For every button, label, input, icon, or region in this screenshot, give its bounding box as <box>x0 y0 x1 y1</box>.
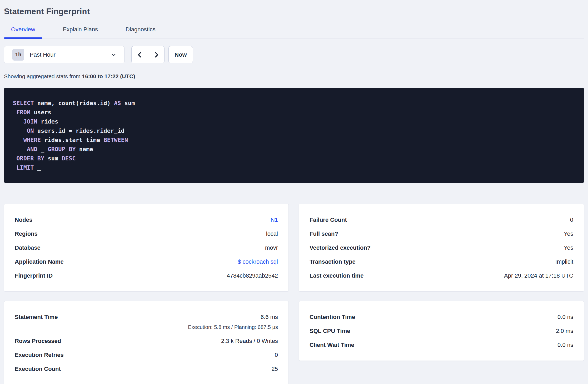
perf-row-rows-processed: Rows Processed 2.3 k Reads / 0 Writes <box>15 334 278 348</box>
stats-line-prefix: Showing aggregated stats from <box>4 73 82 79</box>
row-value: 2.3 k Reads / 0 Writes <box>221 338 278 344</box>
row-value: local <box>266 230 278 237</box>
detail-row-regions: Regions local <box>15 227 278 241</box>
row-value: 4784cb829aab2542 <box>227 272 278 279</box>
tab-explain-plans[interactable]: Explain Plans <box>56 26 105 38</box>
row-value: 6.6 ms <box>261 314 278 321</box>
row-value: Yes <box>564 244 573 251</box>
now-button[interactable]: Now <box>168 46 193 63</box>
time-range-label: Past Hour <box>30 51 111 58</box>
details-card-left: Nodes N1 Regions local Database movr App… <box>4 204 289 292</box>
aggregated-stats-line: Showing aggregated stats from 16:00 to 1… <box>4 73 584 80</box>
detail-row-vectorized: Vectorized execution? Yes <box>310 241 573 255</box>
chevron-down-icon <box>111 52 117 58</box>
details-card-right: Failure Count 0 Full scan? Yes Vectorize… <box>299 204 584 292</box>
performance-card-left: Statement Time 6.6 ms Execution: 5.8 ms … <box>4 301 289 384</box>
chevron-left-icon <box>136 51 143 58</box>
time-range-badge: 1h <box>12 49 24 61</box>
tab-bar: Overview Explain Plans Diagnostics <box>4 26 584 38</box>
row-value: Implicit <box>555 258 573 265</box>
detail-row-failure-count: Failure Count 0 <box>310 213 573 227</box>
detail-row-nodes: Nodes N1 <box>15 213 278 227</box>
detail-row-full-scan: Full scan? Yes <box>310 227 573 241</box>
row-label: Database <box>15 244 41 251</box>
statement-fingerprint-page: Statement Fingerprint Overview Explain P… <box>0 0 588 384</box>
perf-row-execution-retries: Execution Retries 0 <box>15 348 278 362</box>
row-label: SQL CPU Time <box>310 328 350 334</box>
nodes-link[interactable]: N1 <box>271 216 278 223</box>
perf-row-statement-time: Statement Time 6.6 ms <box>15 310 278 324</box>
row-label: Fingerprint ID <box>15 272 53 279</box>
perf-row-client-wait-time: Client Wait Time 0.0 ns <box>310 338 573 352</box>
perf-row-execution-count: Execution Count 25 <box>15 362 278 376</box>
row-label: Statement Time <box>15 314 58 321</box>
perf-row-contention-time: Contention Time 0.0 ns <box>310 310 573 324</box>
row-label: Execution Retries <box>15 352 64 358</box>
prev-range-button[interactable] <box>132 46 148 63</box>
row-value: movr <box>265 244 278 251</box>
detail-row-database: Database movr <box>15 241 278 255</box>
stats-line-range: 16:00 to 17:22 (UTC) <box>82 73 135 79</box>
tab-diagnostics[interactable]: Diagnostics <box>118 26 163 38</box>
sql-code: SELECT name, count(rides.id) AS sum FROM… <box>13 99 575 172</box>
row-value: 0 <box>570 216 573 223</box>
next-range-button[interactable] <box>148 46 164 63</box>
row-value: 0.0 ns <box>557 342 573 348</box>
row-value: 0.0 ns <box>557 314 573 321</box>
time-range-nav <box>131 46 165 63</box>
tab-overview[interactable]: Overview <box>4 26 42 38</box>
row-value: 0 <box>275 352 278 358</box>
row-value: Apr 29, 2024 at 17:18 UTC <box>504 272 573 279</box>
row-label: Client Wait Time <box>310 342 354 348</box>
row-label: Vectorized execution? <box>310 244 371 251</box>
page-title: Statement Fingerprint <box>4 0 584 16</box>
time-controls: 1h Past Hour Now <box>4 46 584 63</box>
performance-card-right: Contention Time 0.0 ns SQL CPU Time 2.0 … <box>299 301 584 361</box>
row-label: Application Name <box>15 258 64 265</box>
application-name-link[interactable]: $ cockroach sql <box>238 258 278 265</box>
row-label: Regions <box>15 230 38 237</box>
row-value: Yes <box>564 230 573 237</box>
perf-row-sql-cpu-time: SQL CPU Time 2.0 ms <box>310 324 573 338</box>
row-value: 2.0 ms <box>556 328 573 334</box>
detail-row-app-name: Application Name $ cockroach sql <box>15 255 278 269</box>
row-label: Full scan? <box>310 230 338 237</box>
summary-cards: Nodes N1 Regions local Database movr App… <box>4 204 584 384</box>
detail-row-last-execution: Last execution time Apr 29, 2024 at 17:1… <box>310 269 573 283</box>
detail-row-fingerprint-id: Fingerprint ID 4784cb829aab2542 <box>15 269 278 283</box>
row-label: Nodes <box>15 216 32 223</box>
row-label: Execution Count <box>15 366 61 372</box>
sql-fingerprint-box: SELECT name, count(rides.id) AS sum FROM… <box>4 88 584 183</box>
row-label: Transaction type <box>310 258 356 265</box>
row-value: 25 <box>272 366 278 372</box>
chevron-right-icon <box>153 51 160 58</box>
row-label: Contention Time <box>310 314 355 321</box>
row-label: Last execution time <box>310 272 363 279</box>
detail-row-transaction-type: Transaction type Implicit <box>310 255 573 269</box>
time-range-dropdown[interactable]: 1h Past Hour <box>4 46 124 63</box>
statement-time-breakdown: Execution: 5.8 ms / Planning: 687.5 µs <box>15 324 278 332</box>
row-label: Failure Count <box>310 216 347 223</box>
row-label: Rows Processed <box>15 338 61 344</box>
